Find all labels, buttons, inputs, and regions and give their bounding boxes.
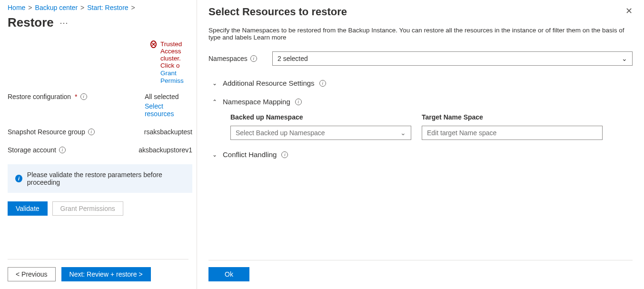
info-icon[interactable]: i [281, 151, 288, 158]
chevron-up-icon: ⌃ [211, 99, 218, 105]
info-icon[interactable]: i [59, 147, 66, 153]
storage-account-value: aksbackupstorev1 [139, 146, 192, 154]
ok-button[interactable]: Ok [208, 267, 249, 281]
chevron-right-icon: > [131, 4, 135, 11]
select-resources-panel: Select Resources to restore ✕ Specify th… [197, 0, 644, 289]
restore-config-value: All selected [145, 93, 192, 100]
more-icon[interactable]: ⋯ [59, 18, 68, 28]
additional-resource-settings-expander[interactable]: ⌄ Additional Resource Settings i [211, 79, 633, 87]
grant-permissions-button: Grant Permissions [52, 201, 123, 216]
chevron-down-icon: ⌄ [400, 129, 406, 137]
info-icon[interactable]: i [250, 55, 257, 62]
validate-button[interactable]: Validate [8, 201, 48, 216]
panel-description: Specify the Namespaces to be restored fr… [208, 27, 633, 41]
info-icon[interactable]: i [80, 93, 87, 100]
chevron-right-icon: > [80, 4, 84, 11]
restore-config-label: Restore configuration* i [8, 93, 145, 100]
breadcrumb-backup-center[interactable]: Backup center [35, 4, 78, 11]
close-icon[interactable]: ✕ [625, 6, 633, 16]
storage-account-label: Storage account i [8, 146, 139, 154]
snapshot-rg-label: Snapshot Resource group i [8, 128, 144, 136]
chevron-down-icon: ⌄ [211, 151, 218, 158]
namespaces-value: 2 selected [277, 55, 308, 62]
namespace-mapping-expander[interactable]: ⌃ Namespace Mapping i [211, 98, 633, 106]
chevron-down-icon: ⌄ [211, 80, 218, 87]
panel-title: Select Resources to restore [208, 6, 347, 18]
namespaces-dropdown[interactable]: 2 selected ⌄ [272, 51, 633, 66]
error-text-line1: Trusted Access [160, 40, 192, 55]
namespaces-label: Namespaces i [208, 55, 266, 62]
error-alert: ✕ Trusted Access cluster. Click o Grant … [150, 40, 192, 84]
breadcrumb-start-restore[interactable]: Start: Restore [87, 4, 128, 11]
chevron-right-icon: > [28, 4, 32, 11]
conflict-handling-expander[interactable]: ⌄ Conflict Handling i [211, 150, 633, 159]
breadcrumb-home[interactable]: Home [8, 4, 25, 11]
target-namespace-input[interactable] [422, 126, 603, 140]
previous-button[interactable]: < Previous [8, 267, 56, 281]
grant-permissions-link[interactable]: Grant Permiss [160, 70, 184, 84]
target-namespace-header: Target Name Space [422, 113, 483, 121]
select-resources-link[interactable]: Select resources [145, 102, 192, 118]
info-icon[interactable]: i [319, 80, 326, 87]
next-review-restore-button[interactable]: Next: Review + restore > [61, 267, 151, 281]
page-title: Restore [8, 15, 54, 30]
backed-up-namespace-select[interactable]: Select Backed up Namespace ⌄ [230, 126, 411, 140]
chevron-down-icon: ⌄ [622, 55, 627, 62]
info-icon[interactable]: i [295, 99, 302, 105]
info-icon: i [15, 175, 22, 182]
error-icon: ✕ [150, 40, 157, 48]
error-text-line2: cluster. Click o [160, 55, 192, 69]
namespace-mapping-section: Backed up Namespace Target Name Space Se… [230, 113, 633, 140]
info-banner-text: Please validate the restore parameters b… [27, 171, 185, 186]
info-icon[interactable]: i [88, 129, 95, 135]
snapshot-rg-value: rsaksbackuptest [144, 128, 192, 136]
info-banner: i Please validate the restore parameters… [8, 164, 192, 193]
backed-up-namespace-header: Backed up Namespace [230, 113, 411, 121]
